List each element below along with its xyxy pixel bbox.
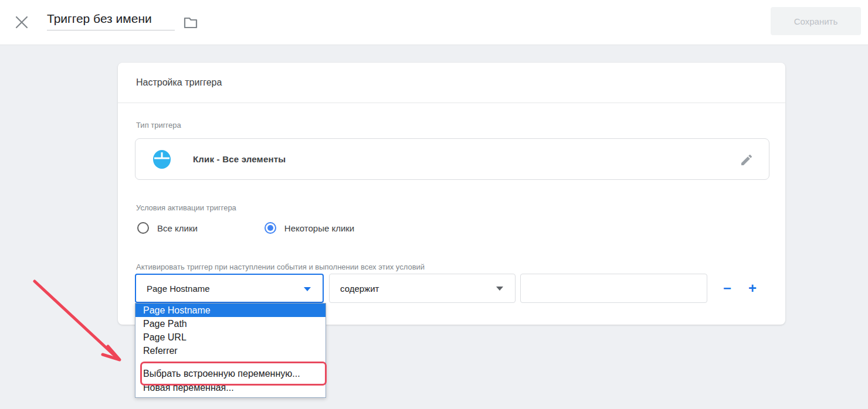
save-button[interactable]: Сохранить bbox=[771, 7, 861, 35]
dropdown-option-page-hostname[interactable]: Page Hostname bbox=[135, 304, 326, 317]
activation-conditions-label: Условия активации триггера bbox=[136, 203, 236, 212]
folder-icon[interactable] bbox=[182, 14, 199, 30]
trigger-config-card: Настройка триггера Тип триггера Клик - В… bbox=[118, 63, 785, 325]
operator-select-value: содержит bbox=[340, 284, 379, 294]
radio-all-clicks[interactable] bbox=[137, 222, 149, 234]
dropdown-option-page-path[interactable]: Page Path bbox=[135, 317, 326, 330]
trigger-name-input[interactable]: Триггер без имени bbox=[47, 12, 175, 30]
dropdown-option-choose-builtin-variable[interactable]: Выбрать встроенную переменную... bbox=[135, 365, 326, 381]
condition-value-input[interactable] bbox=[520, 274, 707, 303]
chevron-down-icon bbox=[304, 287, 311, 291]
filter-description-label: Активировать триггер при наступлении соб… bbox=[136, 263, 425, 271]
trigger-type-value: Клик - Все элементы bbox=[193, 154, 286, 164]
remove-condition-button[interactable]: − bbox=[723, 281, 731, 295]
condition-row: Page Hostname содержит − + bbox=[135, 274, 757, 303]
mouse-click-icon bbox=[152, 150, 171, 169]
radio-some-clicks-label: Некоторые клики bbox=[284, 223, 354, 233]
trigger-type-label: Тип триггера bbox=[136, 121, 181, 129]
trigger-type-box[interactable]: Клик - Все элементы bbox=[135, 138, 769, 180]
add-condition-button[interactable]: + bbox=[748, 281, 757, 295]
variable-select-value: Page Hostname bbox=[147, 284, 210, 294]
variable-dropdown-list: Page Hostname Page Path Page URL Referre… bbox=[135, 303, 326, 398]
top-bar: Триггер без имени Сохранить bbox=[0, 0, 868, 45]
chevron-down-icon bbox=[496, 287, 503, 291]
radio-all-clicks-label: Все клики bbox=[157, 223, 198, 233]
dropdown-option-page-url[interactable]: Page URL bbox=[135, 330, 326, 344]
close-icon[interactable] bbox=[13, 14, 30, 30]
operator-select[interactable]: содержит bbox=[329, 274, 516, 303]
dropdown-option-referrer[interactable]: Referrer bbox=[135, 344, 326, 357]
dropdown-separator bbox=[135, 357, 326, 365]
variable-select[interactable]: Page Hostname bbox=[135, 274, 324, 303]
dropdown-option-new-variable[interactable]: Новая переменная... bbox=[135, 381, 326, 396]
edit-pencil-icon[interactable] bbox=[740, 153, 754, 167]
radio-some-clicks[interactable] bbox=[265, 222, 276, 234]
click-filter-radio-group: Все клики Некоторые клики bbox=[137, 222, 354, 234]
trigger-name-text: Триггер без имени bbox=[47, 12, 152, 25]
card-header: Настройка триггера bbox=[118, 63, 785, 103]
card-title: Настройка триггера bbox=[136, 77, 222, 88]
